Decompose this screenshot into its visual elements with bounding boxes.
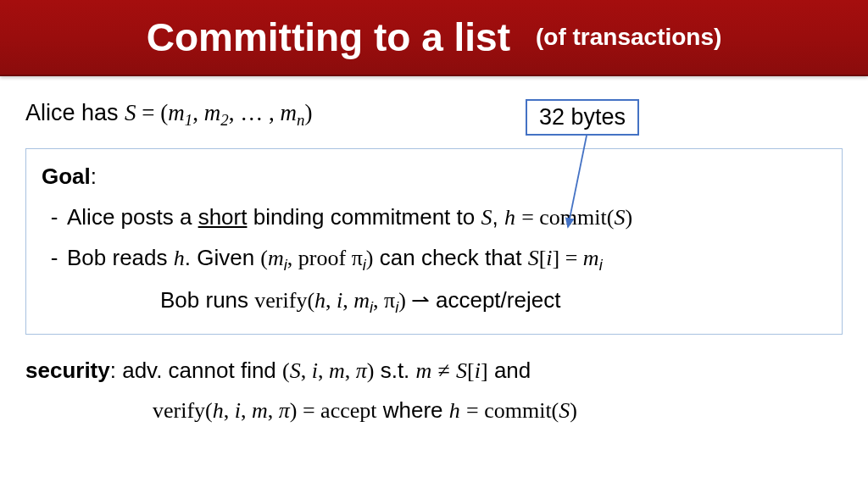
neq-eq: m ≠ S[i] [416,358,488,383]
goal-title: Goal [42,164,91,189]
bullet-dash: - [42,241,67,278]
bullet1-text: Alice posts a short binding commitment t… [67,200,826,236]
security-label: security [25,358,110,383]
bullet2-text: Bob reads h. Given (mi, proof πi) can ch… [67,241,826,278]
proof-tuple: (mi, proof πi) [260,245,373,270]
security-line2: verify(h, i, m, π) = accept where h = co… [153,391,843,430]
callout-32bytes: 32 bytes [526,99,639,136]
title-main: Committing to a list [147,14,510,60]
verify-accept: verify(h, i, m, π) = accept [153,397,377,423]
goal-bullet-1: - Alice posts a short binding commitment… [42,200,826,236]
alice-has-eq: S = (m1, m2, … , mn) [125,100,312,125]
security-line1: security: adv. cannot find (S, i, m, π) … [25,352,843,390]
callout-label: 32 bytes [539,104,626,130]
commit-eq: h = commit(S) [504,204,632,230]
adv-tuple: (S, i, m, π) [282,358,374,383]
bob-runs-line: Bob runs verify(h, i, mi, πi) ⇀ accept/r… [160,283,826,320]
alice-has-line: Alice has S = (m1, m2, … , mn) [25,100,843,130]
bullet-dash: - [42,200,67,236]
slide-body: Alice has S = (m1, m2, … , mn) Goal: - A… [0,76,868,430]
alice-has-prefix: Alice has [25,100,125,125]
index-eq: S[i] = mi [528,245,603,270]
goal-bullet-2: - Bob reads h. Given (mi, proof πi) can … [42,241,826,278]
verify-call: verify(h, i, mi, πi) ⇀ [254,287,436,313]
security-section: security: adv. cannot find (S, i, m, π) … [25,352,843,430]
goal-box: Goal: - Alice posts a short binding comm… [25,148,843,335]
title-sub: (of transactions) [536,24,721,51]
slide-header: Committing to a list (of transactions) [0,0,868,76]
commit-eq2: h = commit(S) [449,397,577,423]
